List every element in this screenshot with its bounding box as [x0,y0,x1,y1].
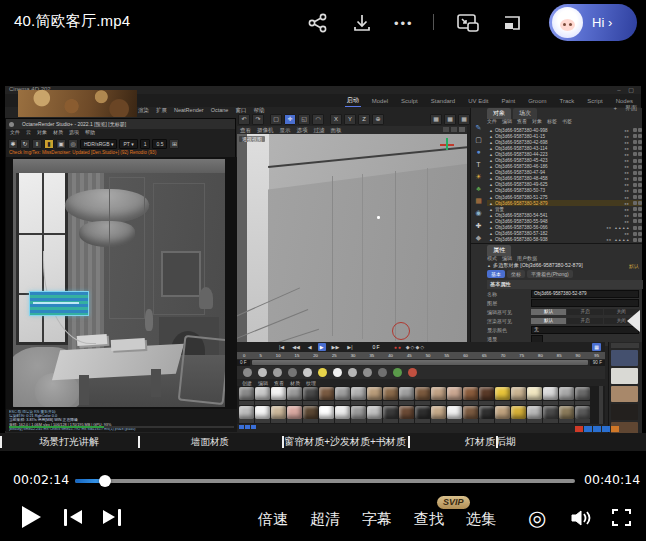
panel-collapse-arrow-icon[interactable] [627,310,640,332]
scene-object-icon[interactable] [273,368,282,377]
visibility-dots-icon[interactable]: ●● [624,176,629,181]
material-thumbnail[interactable] [303,406,318,424]
vegetation-icon[interactable]: ♣ [476,185,481,193]
play-forward-icon[interactable]: ▶ [318,343,326,351]
material-thumbnail[interactable] [287,387,302,405]
menu-item[interactable]: 扩展 [156,107,167,114]
add-layout-tab-button[interactable]: + [613,96,617,114]
subframe-field[interactable]: 1 [140,139,151,149]
tag-badge-icon[interactable] [638,159,642,163]
chapter-segment[interactable]: 窗帘材质+沙发材质+书材质 [282,433,408,451]
attribute-tab-chip[interactable]: 基本 [487,270,505,278]
attribute-section-header[interactable]: 基本属性 [487,280,643,289]
tag-badge-icon[interactable] [633,171,637,175]
layout-tab[interactable]: Standard [429,97,457,105]
visibility-dots-icon[interactable]: ●● [624,182,629,187]
visibility-dots-icon[interactable]: ●● [624,146,629,151]
om-menu-item[interactable]: 对象 [532,118,542,124]
viewport-menu-item[interactable]: 面板 [331,127,342,134]
tag-badge-icon[interactable] [633,183,637,187]
record-keyframe-icons[interactable]: ●● [394,344,402,350]
user-avatar-pill[interactable]: Hi › [549,4,637,41]
visibility-dots-icon[interactable]: ●● [624,231,629,236]
layout-tab[interactable]: Sculpt [399,97,420,105]
tag-badge-icon[interactable] [638,226,642,230]
material-thumbnail[interactable] [431,387,446,405]
material-thumbnail[interactable] [527,387,542,405]
scene-object-icon[interactable] [318,368,327,377]
material-thumbnail[interactable] [319,406,334,424]
coord-system-icon[interactable]: ⊕ [372,114,384,125]
material-scrollbar[interactable] [599,386,603,424]
timeline-options-icon[interactable]: ▦ [592,343,601,351]
pen-tool-icon[interactable]: ✎ [476,124,482,132]
material-thumbnail[interactable] [239,406,254,424]
viewport-menu-item[interactable]: 选项 [297,127,308,134]
scene-object-icon[interactable] [258,368,267,377]
material-thumbnail[interactable] [399,387,414,405]
range-start-field[interactable]: 0 F [237,360,250,366]
octane-title-bar[interactable]: OctaneRender Studio+ - 2022.1 [预览] [无标题] [6,119,235,129]
octane-menu-item[interactable]: 选项 [69,129,79,135]
tag-badge-icon[interactable] [638,152,642,156]
tag-badge-icon[interactable] [633,177,637,181]
layout-tab[interactable]: Script [585,97,604,105]
om-menu-item[interactable]: 编辑 [502,118,512,124]
octane-expand-icon[interactable]: ⊞ [169,139,179,149]
terrain-icon[interactable]: ▦ [475,197,482,205]
progress-bar[interactable] [75,479,575,483]
tag-badge-icon[interactable] [633,146,637,150]
find-button[interactable]: 查找 [414,510,444,529]
gamma-field[interactable]: 0.5 [152,139,167,149]
material-thumbnail[interactable] [271,406,286,424]
material-thumbnail[interactable] [367,387,382,405]
y-axis-lock-icon[interactable]: Y [344,114,356,125]
tag-badge-icon[interactable] [638,232,642,236]
field-input[interactable] [531,299,639,307]
scene-object-icon[interactable] [393,368,402,377]
visibility-dots-icon[interactable]: ●● [624,188,629,193]
attribute-tab-chip[interactable]: 平滑着色(Phong) [527,270,573,278]
visibility-dots-icon[interactable]: ●● [624,207,629,212]
tag-badge-icon[interactable] [633,159,637,163]
tag-badge-icon[interactable] [633,226,637,230]
tag-badge-icon[interactable] [633,201,637,205]
attr-menu-item[interactable]: 模式 [487,255,497,261]
material-thumbnail[interactable] [335,406,350,424]
extra-tag-icons[interactable]: ▲▲▲▲ [614,238,630,242]
material-thumbnail[interactable] [559,387,574,405]
viewport-menu-item[interactable]: 显示 [280,127,291,134]
tag-badge-icon[interactable] [633,140,637,144]
x-axis-lock-icon[interactable]: X [330,114,342,125]
field-input[interactable]: 无 [531,326,639,334]
scene-object-icon[interactable] [363,368,372,377]
viewport-menu-item[interactable]: 过滤 [314,127,325,134]
tag-badge-icon[interactable] [638,238,642,242]
mini-player-icon[interactable] [502,13,522,33]
viewport-layout-icons[interactable] [443,127,465,132]
extra-tag-icons[interactable]: ▲▲▲▲ [614,226,630,230]
browser-thumbnail[interactable] [611,368,638,384]
tag-badge-icon[interactable] [638,189,642,193]
material-menu-item[interactable]: 材质 [290,380,300,386]
material-thumbnail[interactable] [511,406,526,424]
visibility-dots-icon[interactable]: ●● [624,195,629,200]
scene-object-icon[interactable] [288,368,297,377]
keyframe-type-icons[interactable]: ◆◇◆◇ [406,344,425,350]
viewport-menu-item[interactable]: 摄像机 [257,127,274,134]
loop-target-icon[interactable]: ◎ [528,506,546,530]
camera-icon[interactable]: ◉ [475,209,481,217]
tag-badge-icon[interactable] [638,213,642,217]
material-thumbnail[interactable] [351,387,366,405]
progress-thumb[interactable] [99,475,111,487]
undo-icon[interactable]: ↶ [238,114,250,125]
quality-button[interactable]: 超清 [310,510,340,529]
material-thumbnail[interactable] [335,387,350,405]
visibility-dots-icon[interactable]: ●● [624,213,629,218]
prev-key-icon[interactable]: ◀◀ [290,343,302,351]
menu-item[interactable]: 帮助 [253,107,264,114]
material-thumbnail[interactable] [575,406,590,424]
material-thumbnail[interactable] [287,406,302,424]
visibility-dots-icon[interactable]: ●● [624,134,629,139]
cube-icon[interactable]: ▢ [475,136,482,144]
